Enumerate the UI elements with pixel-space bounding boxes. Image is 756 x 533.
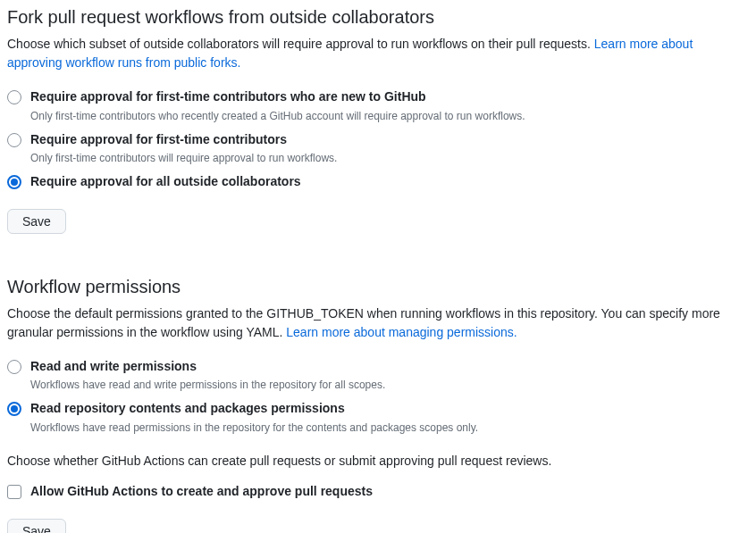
option-label: Read and write permissions [30, 358, 749, 376]
option-help: Workflows have read permissions in the r… [30, 420, 749, 436]
option-label: Read repository contents and packages pe… [30, 400, 749, 418]
fork-option-new-github[interactable]: Require approval for first-time contribu… [7, 87, 749, 126]
workflow-permissions-section: Workflow permissions Choose the default … [7, 277, 749, 533]
fork-section-title: Fork pull request workflows from outside… [7, 7, 749, 28]
radio-icon[interactable] [7, 360, 21, 374]
workflow-option-read-write[interactable]: Read and write permissions Workflows hav… [7, 356, 749, 396]
save-button[interactable]: Save [7, 519, 66, 533]
option-label: Require approval for first-time contribu… [30, 131, 749, 149]
workflow-option-read-only[interactable]: Read repository contents and packages pe… [7, 398, 749, 437]
option-help: Only first-time contributors will requir… [30, 150, 749, 166]
fork-desc-text: Choose which subset of outside collabora… [7, 37, 594, 51]
fork-options-group: Require approval for first-time contribu… [7, 87, 749, 193]
save-button[interactable]: Save [7, 209, 66, 234]
option-label: Require approval for all outside collabo… [30, 173, 749, 191]
workflow-section-desc: Choose the default permissions granted t… [7, 304, 749, 342]
fork-section-desc: Choose which subset of outside collabora… [7, 35, 749, 72]
option-help: Workflows have read and write permission… [30, 377, 749, 393]
checkbox-label: Allow GitHub Actions to create and appro… [30, 483, 749, 501]
workflow-options-group: Read and write permissions Workflows hav… [7, 356, 749, 437]
fork-pr-section: Fork pull request workflows from outside… [7, 7, 749, 234]
workflow-section-title: Workflow permissions [7, 277, 749, 297]
fork-option-first-time[interactable]: Require approval for first-time contribu… [7, 129, 749, 169]
radio-icon[interactable] [7, 133, 21, 147]
workflow-sub-desc: Choose whether GitHub Actions can create… [7, 452, 749, 471]
radio-icon[interactable] [7, 175, 21, 189]
option-label: Require approval for first-time contribu… [30, 88, 749, 106]
radio-icon[interactable] [7, 90, 21, 104]
radio-icon[interactable] [7, 402, 21, 416]
fork-option-all-outside[interactable]: Require approval for all outside collabo… [7, 171, 749, 193]
option-help: Only first-time contributors who recentl… [30, 108, 749, 124]
checkbox-icon[interactable] [7, 485, 21, 499]
workflow-checkbox-row[interactable]: Allow GitHub Actions to create and appro… [7, 481, 749, 503]
workflow-learn-more-link[interactable]: Learn more about managing permissions. [286, 325, 517, 339]
